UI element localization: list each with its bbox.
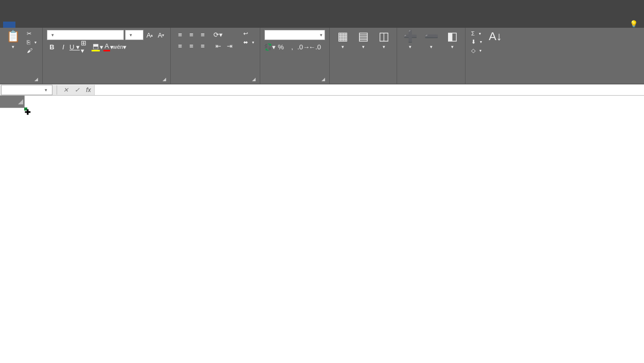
- ribbon: 📋 ▾ ✂ ⎘▾ 🖌 ◢ ▾ ▾ A▴ A▾ B I U ▾: [0, 28, 644, 84]
- italic-button[interactable]: I: [58, 42, 68, 51]
- phonetic-button[interactable]: wén▾: [115, 42, 125, 51]
- cell-style-icon: ◫: [379, 31, 389, 42]
- font-color-button[interactable]: A▾: [103, 42, 114, 51]
- cond-format-icon: ▦: [337, 31, 348, 42]
- name-box-input[interactable]: [2, 86, 43, 94]
- dialog-launcher-icon[interactable]: ◢: [252, 77, 256, 82]
- group-clipboard: 📋 ▾ ✂ ⎘▾ 🖌 ◢: [0, 28, 43, 84]
- percent-button[interactable]: %: [276, 42, 286, 51]
- enter-formula-button[interactable]: ✓: [71, 86, 83, 94]
- decrease-decimal-button[interactable]: ←.0: [310, 42, 320, 51]
- group-cells: ➕▾ ➖▾ ◧▾: [397, 28, 466, 84]
- insert-cells-button[interactable]: ➕▾: [401, 30, 419, 50]
- chevron-down-icon: ▾: [51, 32, 54, 38]
- scissors-icon: ✂: [27, 30, 31, 37]
- sort-icon: A↓: [489, 31, 502, 42]
- group-editing: Σ▾ ⬇▾ ◇▾ A↓: [466, 28, 508, 84]
- orientation-button[interactable]: ⟳▾: [213, 30, 223, 39]
- fill-icon: ⬇: [471, 39, 476, 45]
- conditional-formatting-button[interactable]: ▦▾: [334, 30, 351, 50]
- decrease-font-button[interactable]: A▾: [156, 30, 166, 40]
- autosum-button[interactable]: Σ▾: [470, 30, 484, 37]
- number-format-combo[interactable]: ▾: [264, 30, 325, 40]
- border-button[interactable]: ⊞ ▾: [81, 42, 91, 51]
- delete-icon: ➖: [424, 31, 438, 42]
- copy-icon: ⎘: [27, 39, 30, 45]
- cut-button[interactable]: ✂: [25, 30, 38, 38]
- name-box[interactable]: ▾: [1, 85, 52, 95]
- align-top-button[interactable]: ≡: [175, 30, 185, 39]
- dialog-launcher-icon[interactable]: ◢: [163, 77, 166, 82]
- group-font: ▾ ▾ A▴ A▾ B I U ▾ ⊞ ▾ ⬒▾ A▾ wén▾ ◢: [43, 28, 171, 84]
- format-painter-button[interactable]: 🖌: [25, 47, 38, 54]
- underline-button[interactable]: U ▾: [69, 42, 80, 51]
- active-cell-outline: [25, 108, 27, 110]
- formula-bar: ▾ ✕ ✓ fx: [0, 84, 644, 96]
- insert-icon: ➕: [403, 31, 417, 42]
- chevron-down-icon[interactable]: ▾: [43, 87, 49, 93]
- paste-button[interactable]: 📋 ▾: [4, 30, 22, 50]
- font-size-combo[interactable]: ▾: [125, 30, 144, 40]
- comma-button[interactable]: ,: [287, 42, 297, 51]
- ribbon-tabs: 💡: [0, 13, 644, 28]
- clear-button[interactable]: ◇▾: [470, 47, 484, 55]
- decrease-indent-button[interactable]: ⇤: [213, 41, 223, 50]
- clipboard-icon: 📋: [6, 31, 20, 42]
- title-bar: [0, 0, 644, 13]
- tab-file[interactable]: [3, 22, 15, 28]
- worksheet-area: ✚: [0, 96, 644, 363]
- cancel-formula-button[interactable]: ✕: [60, 86, 71, 94]
- format-cells-button[interactable]: ◧▾: [443, 30, 461, 50]
- delete-cells-button[interactable]: ➖▾: [422, 30, 440, 50]
- merge-center-button[interactable]: ⬌▾: [242, 39, 256, 46]
- eraser-icon: ◇: [471, 47, 475, 54]
- fill-button[interactable]: ⬇▾: [470, 38, 484, 46]
- cell-cursor-icon: ✚: [25, 108, 31, 116]
- chevron-down-icon: ▾: [130, 32, 132, 38]
- wrap-text-button[interactable]: ↩: [242, 30, 256, 38]
- dialog-launcher-icon[interactable]: ◢: [34, 77, 38, 82]
- chevron-down-icon: ▾: [320, 32, 323, 38]
- copy-button[interactable]: ⎘▾: [25, 39, 38, 46]
- wrap-icon: ↩: [243, 30, 248, 37]
- format-icon: ◧: [447, 31, 458, 42]
- sigma-icon: Σ: [471, 30, 475, 37]
- group-alignment: ≡ ≡ ≡ ⟳▾ ≡ ≡ ≡ ⇤ ⇥ ↩ ⬌▾ ◢: [171, 28, 260, 84]
- group-styles: ▦▾ ▤▾ ◫▾: [330, 28, 397, 84]
- accounting-format-button[interactable]: 💱▾: [264, 42, 275, 51]
- fill-color-button[interactable]: ⬒▾: [92, 42, 102, 51]
- align-center-button[interactable]: ≡: [186, 41, 196, 50]
- align-left-button[interactable]: ≡: [175, 41, 185, 50]
- group-number: ▾ 💱▾ % , .0→ ←.0 ◢: [260, 28, 330, 84]
- merge-icon: ⬌: [243, 39, 248, 46]
- align-right-button[interactable]: ≡: [198, 41, 208, 50]
- formula-input[interactable]: [94, 85, 644, 95]
- brush-icon: 🖌: [27, 47, 32, 53]
- increase-decimal-button[interactable]: .0→: [298, 42, 309, 51]
- lightbulb-icon: 💡: [630, 20, 638, 28]
- fx-button[interactable]: fx: [83, 86, 94, 94]
- font-name-combo[interactable]: ▾: [47, 30, 124, 40]
- format-as-table-button[interactable]: ▤▾: [354, 30, 372, 50]
- select-all-corner[interactable]: [0, 96, 25, 108]
- align-middle-button[interactable]: ≡: [186, 30, 196, 39]
- cell-styles-button[interactable]: ◫▾: [375, 30, 392, 50]
- chevron-down-icon: ▾: [12, 44, 14, 49]
- bold-button[interactable]: B: [47, 42, 57, 51]
- increase-font-button[interactable]: A▴: [145, 30, 155, 40]
- table-style-icon: ▤: [358, 31, 369, 42]
- separator: [57, 85, 57, 95]
- dialog-launcher-icon[interactable]: ◢: [321, 77, 325, 82]
- increase-indent-button[interactable]: ⇥: [224, 41, 235, 50]
- sort-filter-button[interactable]: A↓: [487, 30, 504, 44]
- align-bottom-button[interactable]: ≡: [198, 30, 208, 39]
